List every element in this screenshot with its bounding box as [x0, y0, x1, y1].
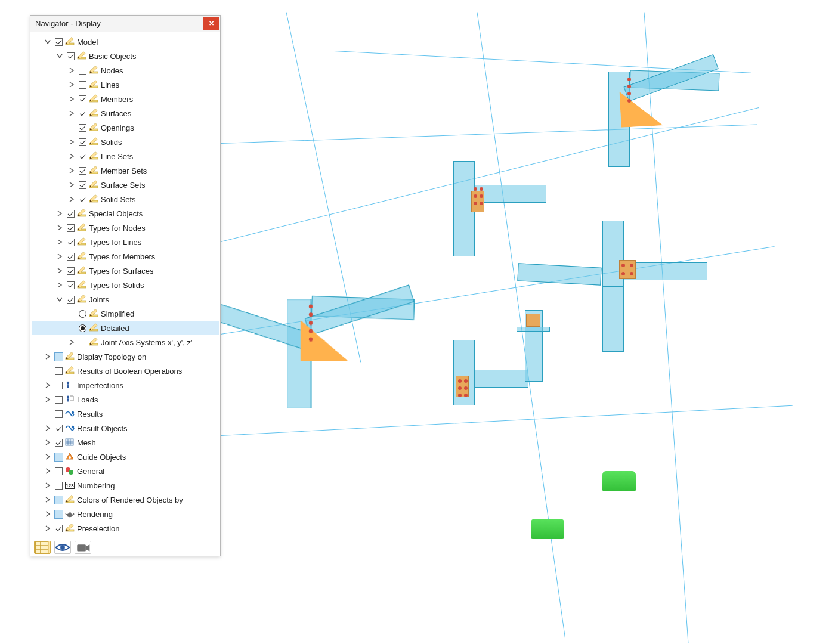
expander-icon[interactable]	[54, 53, 65, 59]
tree-checkbox[interactable]	[53, 38, 64, 46]
tree-checkbox[interactable]	[53, 453, 64, 462]
expander-icon[interactable]	[66, 182, 77, 188]
tree-checkbox[interactable]	[77, 153, 88, 160]
expander-icon[interactable]	[42, 382, 53, 388]
tree-checkbox[interactable]	[53, 467, 64, 475]
close-icon[interactable]: ✕	[203, 17, 219, 30]
tree-item[interactable]: Imperfections	[32, 378, 219, 392]
tree-item[interactable]: Detailed	[32, 321, 219, 335]
tree-item[interactable]: Results	[32, 407, 219, 421]
tree-item[interactable]: Surfaces	[32, 106, 219, 120]
tree-checkbox[interactable]	[53, 367, 64, 375]
tree-checkbox[interactable]	[65, 296, 76, 304]
expander-icon[interactable]	[66, 168, 77, 174]
expander-icon[interactable]	[42, 468, 53, 474]
tree-checkbox[interactable]	[65, 224, 76, 232]
tree-item[interactable]: Solid Sets	[32, 192, 219, 206]
expander-icon[interactable]	[66, 339, 77, 345]
tree-checkbox[interactable]	[77, 196, 88, 203]
tree-item[interactable]: Mesh	[32, 435, 219, 450]
tree-item[interactable]: Model	[32, 35, 219, 49]
tree-checkbox[interactable]	[65, 239, 76, 246]
tree-item[interactable]: Loads	[32, 392, 219, 407]
tree-item[interactable]: Preselection	[32, 521, 219, 535]
data-mode-button[interactable]	[34, 541, 51, 554]
tree-checkbox[interactable]	[53, 482, 64, 490]
tree-item[interactable]: 123Numbering	[32, 478, 219, 493]
expander-icon[interactable]	[42, 525, 53, 531]
tree-checkbox[interactable]	[65, 253, 76, 261]
tree-item[interactable]: Basic Objects	[32, 49, 219, 63]
expander-icon[interactable]	[54, 282, 65, 288]
tree-checkbox[interactable]	[53, 525, 64, 532]
expander-icon[interactable]	[42, 511, 53, 517]
panel-header[interactable]: Navigator - Display ✕	[30, 16, 220, 32]
tree-checkbox[interactable]	[77, 138, 88, 146]
tree-checkbox[interactable]	[65, 210, 76, 218]
tree-item[interactable]: Results of Boolean Operations	[32, 364, 219, 378]
tree-item[interactable]: Nodes	[32, 63, 219, 78]
tree-checkbox[interactable]	[53, 510, 64, 519]
tree-checkbox[interactable]	[53, 425, 64, 432]
expander-icon[interactable]	[66, 82, 77, 88]
expander-icon[interactable]	[66, 153, 77, 159]
tree-item[interactable]: Surface Sets	[32, 178, 219, 192]
tree-item[interactable]: Member Sets	[32, 163, 219, 178]
tree-checkbox[interactable]	[77, 310, 88, 318]
tree-item[interactable]: Result Objects	[32, 421, 219, 435]
expander-icon[interactable]	[66, 139, 77, 145]
expander-icon[interactable]	[66, 196, 77, 202]
expander-icon[interactable]	[42, 425, 53, 431]
tree-item[interactable]: Simplified	[32, 306, 219, 321]
tree-item[interactable]: Types for Surfaces	[32, 264, 219, 278]
tree-checkbox[interactable]	[77, 181, 88, 189]
camera-mode-button[interactable]	[75, 541, 91, 554]
tree-item[interactable]: Colors of Rendered Objects by	[32, 493, 219, 507]
expander-icon[interactable]	[54, 253, 65, 259]
expander-icon[interactable]	[66, 96, 77, 102]
tree-checkbox[interactable]	[77, 167, 88, 175]
expander-icon[interactable]	[54, 225, 65, 231]
tree-item[interactable]: Lines	[32, 78, 219, 92]
tree-checkbox[interactable]	[77, 67, 88, 75]
tree-checkbox[interactable]	[77, 324, 88, 332]
tree-item[interactable]: Types for Members	[32, 249, 219, 264]
expander-icon[interactable]	[42, 439, 53, 445]
tree-item[interactable]: Types for Solids	[32, 278, 219, 292]
tree-checkbox[interactable]	[53, 496, 64, 504]
tree-checkbox[interactable]	[77, 110, 88, 117]
tree-checkbox[interactable]	[65, 281, 76, 289]
tree-item[interactable]: Joints	[32, 292, 219, 306]
tree-checkbox[interactable]	[65, 267, 76, 275]
display-tree[interactable]: ModelBasic ObjectsNodesLinesMembersSurfa…	[30, 32, 220, 538]
tree-checkbox[interactable]	[77, 81, 88, 89]
tree-item[interactable]: Members	[32, 92, 219, 106]
expander-icon[interactable]	[66, 110, 77, 116]
tree-checkbox[interactable]	[65, 52, 76, 60]
tree-item[interactable]: Special Objects	[32, 206, 219, 221]
expander-icon[interactable]	[42, 497, 53, 503]
tree-checkbox[interactable]	[53, 352, 64, 361]
tree-checkbox[interactable]	[53, 396, 64, 404]
expander-icon[interactable]	[42, 354, 53, 360]
expander-icon[interactable]	[42, 39, 53, 45]
tree-checkbox[interactable]	[53, 382, 64, 389]
tree-item[interactable]: Solids	[32, 135, 219, 149]
expander-icon[interactable]	[54, 268, 65, 274]
tree-item[interactable]: Display Topology on	[32, 349, 219, 364]
tree-checkbox[interactable]	[53, 439, 64, 447]
expander-icon[interactable]	[42, 454, 53, 460]
tree-item[interactable]: Rendering	[32, 507, 219, 521]
tree-checkbox[interactable]	[77, 124, 88, 132]
expander-icon[interactable]	[42, 397, 53, 402]
expander-icon[interactable]	[54, 296, 65, 302]
tree-item[interactable]: General	[32, 464, 219, 478]
tree-checkbox[interactable]	[77, 339, 88, 346]
view-mode-button[interactable]	[54, 541, 71, 554]
tree-checkbox[interactable]	[53, 410, 64, 418]
expander-icon[interactable]	[42, 482, 53, 488]
tree-item[interactable]: Line Sets	[32, 149, 219, 163]
tree-item[interactable]: Guide Objects	[32, 450, 219, 464]
tree-checkbox[interactable]	[77, 95, 88, 103]
expander-icon[interactable]	[66, 67, 77, 73]
